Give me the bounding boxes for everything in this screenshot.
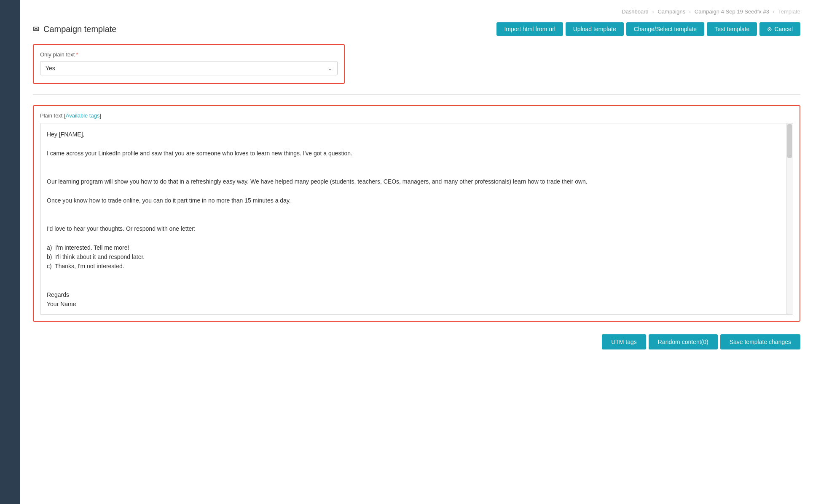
- breadcrumb-sep-3: ›: [773, 8, 775, 15]
- breadcrumb-campaigns[interactable]: Campaigns: [657, 8, 685, 15]
- envelope-icon: ✉: [33, 24, 39, 34]
- breadcrumb-dashboard[interactable]: Dashboard: [622, 8, 649, 15]
- divider: [33, 94, 800, 95]
- cancel-button[interactable]: ⊗ Cancel: [759, 22, 800, 36]
- scrollbar[interactable]: [786, 123, 793, 314]
- required-star: *: [76, 51, 78, 58]
- editor-label-bracket-close: ]: [99, 112, 101, 119]
- import-html-button[interactable]: Import html from url: [496, 22, 563, 36]
- cancel-icon: ⊗: [767, 26, 772, 32]
- plain-text-textarea[interactable]: [40, 123, 793, 313]
- editor-section: Plain text [Available tags]: [33, 105, 800, 322]
- breadcrumb-campaign[interactable]: Campaign 4 Sep 19 Seedfx #3: [695, 8, 769, 15]
- plain-text-label: Only plain text*: [40, 51, 338, 58]
- breadcrumb: Dashboard › Campaigns › Campaign 4 Sep 1…: [33, 8, 800, 15]
- test-template-button[interactable]: Test template: [707, 22, 757, 36]
- plain-text-select[interactable]: Yes No: [40, 61, 338, 75]
- utm-tags-button[interactable]: UTM tags: [602, 334, 646, 349]
- plain-text-select-wrapper: Yes No ⌄: [40, 61, 338, 75]
- upload-template-button[interactable]: Upload template: [566, 22, 624, 36]
- breadcrumb-current: Template: [778, 8, 800, 15]
- footer-buttons: UTM tags Random content(0) Save template…: [33, 334, 800, 362]
- page-title-text: Campaign template: [43, 24, 116, 34]
- random-content-button[interactable]: Random content(0): [649, 334, 718, 349]
- editor-label: Plain text [Available tags]: [40, 112, 793, 119]
- editor-label-text: Plain text: [40, 112, 62, 119]
- text-editor-wrapper: [40, 123, 793, 315]
- page-title: ✉ Campaign template: [33, 24, 116, 34]
- save-template-button[interactable]: Save template changes: [720, 334, 800, 349]
- plain-text-section: Only plain text* Yes No ⌄: [33, 44, 345, 84]
- toolbar-buttons: Import html from url Upload template Cha…: [496, 22, 800, 36]
- available-tags-link[interactable]: Available tags: [66, 112, 100, 119]
- header-row: ✉ Campaign template Import html from url…: [33, 22, 800, 36]
- cancel-label: Cancel: [774, 26, 793, 32]
- change-select-template-button[interactable]: Change/Select template: [626, 22, 704, 36]
- breadcrumb-sep-2: ›: [689, 8, 691, 15]
- breadcrumb-sep-1: ›: [652, 8, 654, 15]
- sidebar: [0, 0, 20, 504]
- scrollbar-thumb: [787, 124, 792, 158]
